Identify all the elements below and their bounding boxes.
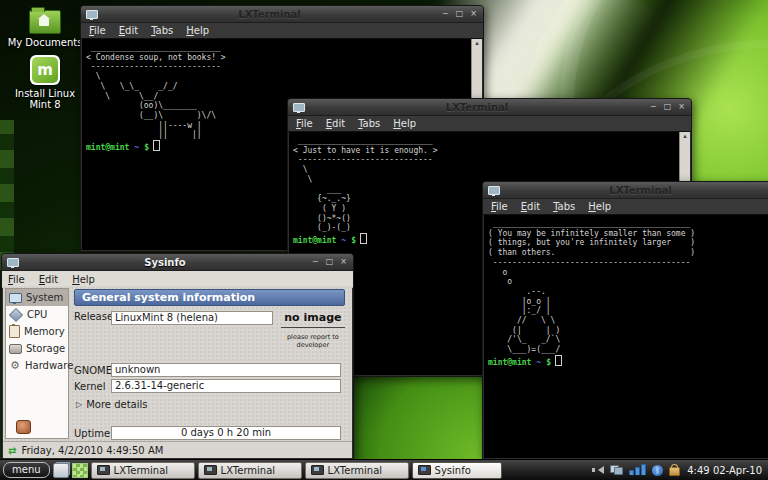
expander-triangle-icon: ▷ — [76, 400, 82, 409]
menu-edit[interactable]: Edit — [326, 118, 345, 129]
menu-tabs[interactable]: Tabs — [358, 118, 380, 129]
maximize-button[interactable]: □ — [663, 103, 672, 111]
desktop: My Documents m Install Linux Mint 8 LXTe… — [0, 0, 768, 480]
menu-edit[interactable]: Edit — [521, 201, 540, 212]
sysinfo-window: Sysinfo ─ □ × File Edit Help System — [1, 253, 354, 460]
minimize-button[interactable]: ─ — [311, 258, 320, 266]
status-arrows-icon: ⇄ — [8, 445, 16, 456]
network-icon[interactable] — [610, 465, 623, 475]
terminal-icon — [97, 465, 110, 475]
scroll-up-icon[interactable]: ▴ — [475, 39, 479, 47]
sysinfo-app-icon — [7, 258, 19, 267]
release-field[interactable]: LinuxMint 8 (helena) — [111, 311, 273, 325]
desktop-icon-label: My Documents — [3, 37, 87, 48]
sysinfo-icon — [418, 465, 431, 475]
sidebar-item-storage[interactable]: Storage — [6, 340, 68, 357]
titlebar[interactable]: LXTerminal ─ □ × — [483, 182, 768, 199]
menu-help[interactable]: Help — [186, 25, 209, 36]
kernel-label: Kernel — [74, 381, 111, 392]
menu-help[interactable]: Help — [588, 201, 611, 212]
clock[interactable]: 4:49 02-Apr-10 — [687, 465, 762, 476]
task-button-lxterminal-3[interactable]: LXTerminal — [305, 462, 409, 479]
menubar: File Edit Tabs Help — [483, 199, 768, 215]
menu-edit[interactable]: Edit — [119, 25, 138, 36]
shell-prompt: mint@mint~$ — [488, 355, 768, 368]
gear-icon: ⚙ — [9, 360, 21, 371]
report-note: please report to developer — [281, 334, 345, 349]
file-manager-launcher-icon[interactable] — [53, 463, 69, 478]
minimize-button[interactable]: ─ — [441, 10, 450, 18]
menu-help[interactable]: Help — [72, 274, 95, 285]
sysinfo-footer-icon — [16, 420, 31, 434]
terminal-app-icon — [488, 186, 500, 195]
updates-lock-icon[interactable] — [669, 467, 680, 476]
sysinfo-main-panel: General system information Release Linux… — [69, 286, 352, 441]
section-header: General system information — [74, 289, 345, 306]
terminal-icon — [204, 465, 217, 475]
maximize-button[interactable]: □ — [325, 258, 334, 266]
terminal-screen[interactable]: ________________________________________… — [484, 215, 768, 458]
memory-icon — [9, 325, 20, 338]
cpu-icon — [9, 307, 23, 321]
uptime-label: Uptime — [74, 428, 111, 439]
menu-file[interactable]: File — [8, 274, 25, 285]
volume-icon[interactable] — [594, 466, 604, 474]
menu-tabs[interactable]: Tabs — [151, 25, 173, 36]
task-button-lxterminal-1[interactable]: LXTerminal — [91, 462, 195, 479]
text-cursor — [153, 140, 160, 151]
system-tray: ᛒ — [594, 464, 680, 476]
gnome-row: GNOME unknown — [74, 363, 345, 377]
no-image-label: no image — [281, 311, 345, 328]
gnome-field[interactable]: unknown — [111, 363, 341, 377]
kernel-row: Kernel 2.6.31-14-generic — [74, 379, 345, 393]
sidebar-item-hardware[interactable]: ⚙ Hardware — [6, 357, 68, 374]
close-button[interactable]: × — [339, 258, 348, 266]
status-datetime: Friday, 4/2/2010 4:49:50 AM — [21, 445, 163, 456]
bluetooth-icon[interactable]: ᛒ — [652, 465, 663, 476]
titlebar[interactable]: Sysinfo ─ □ × — [2, 254, 353, 271]
close-button[interactable]: × — [677, 103, 686, 111]
sysinfo-sidebar: System CPU Memory Storage — [5, 288, 69, 439]
menu-file[interactable]: File — [296, 118, 313, 129]
task-button-sysinfo[interactable]: Sysinfo — [412, 462, 502, 479]
sidebar-item-cpu[interactable]: CPU — [6, 306, 68, 323]
menu-edit[interactable]: Edit — [39, 274, 58, 285]
menu-file[interactable]: File — [89, 25, 106, 36]
uptime-field[interactable]: 0 days 0 h 20 min — [111, 426, 341, 440]
terminal-icon — [311, 465, 324, 475]
minimize-button[interactable]: ─ — [649, 103, 658, 111]
scroll-up-icon[interactable]: ▴ — [683, 132, 687, 140]
mint-logo-icon: m — [30, 55, 60, 85]
sidebar-item-memory[interactable]: Memory — [6, 323, 68, 340]
window-title: Sysinfo — [23, 257, 307, 268]
window-title: LXTerminal — [309, 102, 645, 113]
desktop-pager-icon[interactable] — [72, 463, 88, 478]
terminal-app-icon — [293, 103, 305, 112]
titlebar[interactable]: LXTerminal ─ □ × — [288, 99, 691, 116]
text-cursor — [360, 233, 367, 244]
menubar: File Edit Tabs Help — [288, 116, 691, 132]
task-button-lxterminal-2[interactable]: LXTerminal — [198, 462, 302, 479]
statusbar: ⇄ Friday, 4/2/2010 4:49:50 AM — [3, 441, 352, 458]
sysinfo-body: System CPU Memory Storage — [3, 286, 352, 458]
close-button[interactable]: × — [469, 10, 478, 18]
menu-file[interactable]: File — [491, 201, 508, 212]
taskbar: menu LXTerminal LXTerminal LXTerminal Sy… — [0, 459, 768, 480]
more-details-expander[interactable]: ▷ More details — [76, 399, 345, 410]
netspeed-bars-icon[interactable] — [629, 465, 646, 475]
menu-tabs[interactable]: Tabs — [553, 201, 575, 212]
terminal-output: ________________________________________… — [488, 219, 768, 355]
uptime-row: Uptime 0 days 0 h 20 min — [74, 426, 345, 440]
menu-button[interactable]: menu — [3, 462, 50, 478]
monitor-icon — [9, 293, 22, 303]
menu-help[interactable]: Help — [393, 118, 416, 129]
maximize-button[interactable]: □ — [455, 10, 464, 18]
desktop-icon-install-linux-mint-8[interactable]: m Install Linux Mint 8 — [3, 55, 87, 110]
folder-icon — [29, 10, 61, 34]
sidebar-item-system[interactable]: System — [6, 289, 68, 306]
titlebar[interactable]: LXTerminal ─ □ × — [81, 6, 483, 23]
desktop-icon-my-documents[interactable]: My Documents — [3, 6, 87, 48]
kernel-field[interactable]: 2.6.31-14-generic — [111, 379, 341, 393]
desktop-icon-label: Install Linux Mint 8 — [3, 88, 87, 110]
home-icon — [39, 19, 49, 26]
